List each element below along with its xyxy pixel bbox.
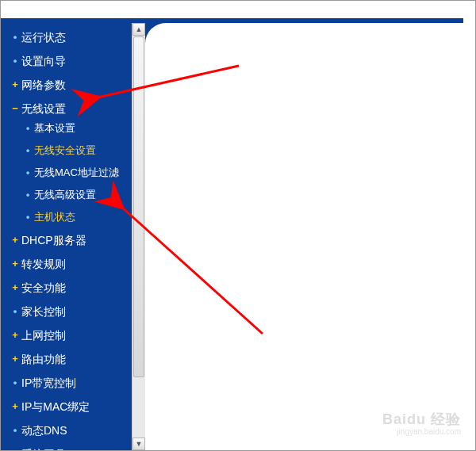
sidebar-item-label: 转发规则	[21, 256, 66, 272]
sidebar-item-security[interactable]: +安全功能	[10, 280, 132, 296]
bullet-plus-icon: +	[10, 256, 20, 272]
sidebar-item-label: 上网控制	[21, 327, 66, 343]
bullet-dot-icon: •	[10, 53, 20, 69]
bullet-plus-icon: +	[10, 77, 20, 93]
bullet-dot-icon: •	[23, 143, 33, 158]
scrollbar-thumb[interactable]	[133, 36, 144, 377]
sidebar-item-internet-control[interactable]: +上网控制	[10, 327, 132, 343]
bullet-plus-icon: +	[10, 446, 20, 450]
sidebar-item-routing[interactable]: +路由功能	[10, 351, 132, 367]
sidebar-item-label: 无线设置	[21, 101, 66, 117]
sidebar-item-label: 基本设置	[34, 121, 75, 136]
sidebar-item-system-tools[interactable]: +系统工具	[10, 446, 132, 450]
right-gutter	[463, 1, 475, 451]
bullet-dot-icon: •	[10, 375, 20, 391]
sidebar-item-forward[interactable]: +转发规则	[10, 256, 132, 272]
sidebar-item-label: 主机状态	[34, 210, 75, 224]
sidebar-subitem-host-status[interactable]: •主机状态	[23, 210, 132, 224]
sidebar-item-label: 系统工具	[21, 446, 66, 450]
sidebar: •运行状态 •设置向导 +网络参数 −无线设置 •基本设置 •无线安全设置 •无…	[1, 23, 132, 450]
sidebar-item-ddns[interactable]: •动态DNS	[10, 422, 132, 438]
sidebar-item-label: IP带宽控制	[21, 375, 76, 391]
bullet-dot-icon: •	[10, 422, 20, 438]
sidebar-item-label: 路由功能	[21, 351, 66, 367]
bullet-dot-icon: •	[10, 29, 20, 45]
watermark: Baidu 经验 jingyan.baidu.com	[382, 412, 461, 438]
sidebar-item-setup-wizard[interactable]: •设置向导	[10, 53, 132, 69]
sidebar-item-label: 设置向导	[21, 53, 66, 69]
sidebar-submenu-wireless: •基本设置 •无线安全设置 •无线MAC地址过滤 •无线高级设置 •主机状态	[10, 121, 132, 224]
sidebar-item-label: 网络参数	[21, 77, 66, 93]
sidebar-item-label: 无线MAC地址过滤	[34, 166, 119, 180]
bullet-plus-icon: +	[10, 351, 20, 367]
sidebar-item-label: IP与MAC绑定	[21, 399, 90, 415]
sidebar-item-parental[interactable]: •家长控制	[10, 304, 132, 319]
bullet-plus-icon: +	[10, 232, 20, 248]
sidebar-subitem-basic[interactable]: •基本设置	[23, 121, 132, 136]
app-window: •运行状态 •设置向导 +网络参数 −无线设置 •基本设置 •无线安全设置 •无…	[0, 0, 476, 451]
sidebar-subitem-security[interactable]: •无线安全设置	[23, 143, 132, 158]
sidebar-item-label: 运行状态	[21, 29, 66, 45]
content-wrap	[145, 23, 463, 450]
sidebar-item-ip-mac[interactable]: +IP与MAC绑定	[10, 399, 132, 415]
bullet-dot-icon: •	[10, 304, 20, 319]
sidebar-item-run-status[interactable]: •运行状态	[10, 29, 132, 45]
bullet-minus-icon: −	[10, 101, 20, 117]
scrollbar-down-button[interactable]: ▼	[132, 438, 145, 450]
sidebar-item-wireless[interactable]: −无线设置 •基本设置 •无线安全设置 •无线MAC地址过滤 •无线高级设置 •…	[10, 101, 132, 224]
sidebar-item-dhcp[interactable]: +DHCP服务器	[10, 232, 132, 248]
bullet-dot-icon: •	[23, 210, 33, 224]
bullet-dot-icon: •	[23, 121, 33, 136]
sidebar-item-label: 无线安全设置	[34, 143, 96, 158]
sidebar-item-label: 家长控制	[21, 304, 66, 319]
sidebar-scrollbar[interactable]: ▲ ▼	[132, 23, 146, 450]
sidebar-subitem-advanced[interactable]: •无线高级设置	[23, 188, 132, 202]
top-strip	[1, 1, 464, 19]
bullet-dot-icon: •	[23, 188, 33, 202]
sidebar-item-label: DHCP服务器	[21, 232, 86, 248]
sidebar-item-ip-bandwidth[interactable]: •IP带宽控制	[10, 375, 132, 391]
sidebar-item-label: 无线高级设置	[34, 188, 96, 202]
watermark-main: Baidu 经验	[382, 412, 461, 426]
watermark-sub: jingyan.baidu.com	[397, 428, 461, 436]
sidebar-item-label: 安全功能	[21, 280, 66, 296]
sidebar-item-label: 动态DNS	[21, 422, 67, 438]
bullet-dot-icon: •	[23, 166, 33, 180]
bullet-plus-icon: +	[10, 399, 20, 415]
sidebar-subitem-mac-filter[interactable]: •无线MAC地址过滤	[23, 166, 132, 180]
content-page	[145, 23, 463, 450]
bullet-plus-icon: +	[10, 280, 20, 296]
scrollbar-up-button[interactable]: ▲	[132, 23, 145, 36]
sidebar-item-network-params[interactable]: +网络参数	[10, 77, 132, 93]
bullet-plus-icon: +	[10, 327, 20, 343]
sidebar-menu: •运行状态 •设置向导 +网络参数 −无线设置 •基本设置 •无线安全设置 •无…	[1, 23, 132, 450]
